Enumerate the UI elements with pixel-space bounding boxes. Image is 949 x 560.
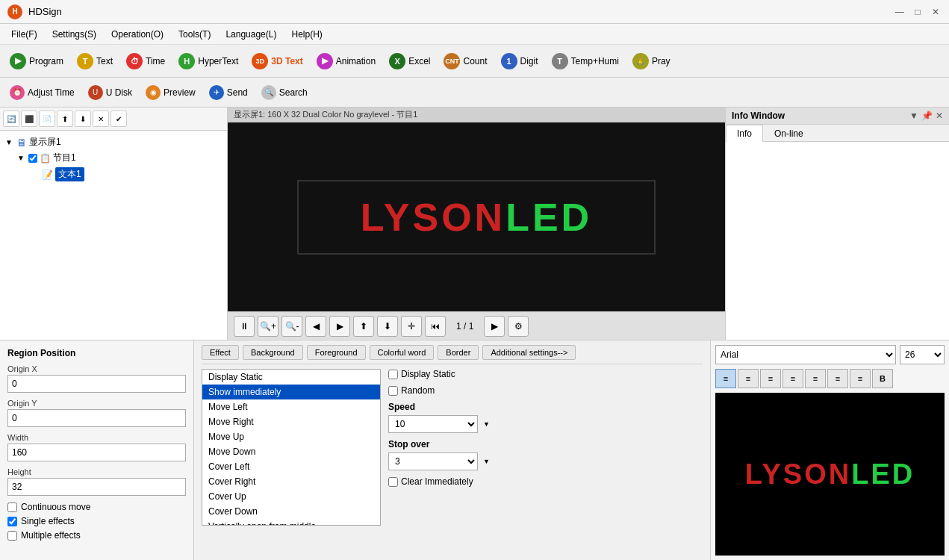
count-button[interactable]: CNT Count [438, 48, 493, 75]
bold-button[interactable]: B [872, 369, 893, 388]
display-static-checkbox[interactable] [388, 370, 398, 379]
info-close-button[interactable]: ✕ [936, 111, 943, 121]
font-preview-led: LED [851, 458, 915, 490]
display-static-label: Display Static [401, 369, 455, 379]
program-checkbox[interactable] [28, 154, 37, 163]
next-frame-button[interactable]: ▶ [329, 316, 350, 337]
tab-foreground[interactable]: Foreground [307, 345, 366, 360]
menu-operation[interactable]: Operation(O) [104, 26, 171, 43]
tab-additional[interactable]: Additional settings--> [482, 345, 576, 360]
maximize-button[interactable]: □ [912, 6, 924, 18]
tree-btn-up[interactable]: ⬆ [57, 111, 73, 127]
preview-label: Preview [164, 87, 196, 98]
tree-btn-check[interactable]: ✔ [111, 111, 127, 127]
tree-btn-refresh[interactable]: 🔄 [3, 111, 19, 127]
send-button[interactable]: ✈ Send [203, 81, 254, 105]
expand-icon-text [31, 170, 40, 178]
move-down-button[interactable]: ⬇ [377, 316, 398, 337]
preview-button[interactable]: ◉ Preview [140, 81, 202, 105]
move-all-button[interactable]: ✛ [401, 316, 422, 337]
zoom-out-button[interactable]: 🔍- [281, 316, 302, 337]
adjusttime-button[interactable]: ⏰ Adjust Time [4, 81, 81, 105]
3dtext-button[interactable]: 3D 3D Text [246, 48, 308, 75]
effect-item-move-left[interactable]: Move Left [202, 399, 380, 414]
menu-settings[interactable]: Settings(S) [45, 26, 104, 43]
pause-button[interactable]: ⏸ [234, 316, 255, 337]
continuous-move-checkbox[interactable] [7, 503, 17, 512]
font-size-select[interactable]: 26 [900, 345, 945, 364]
font-align-row: ≡ ≡ ≡ ≡ ≡ ≡ ≡ B [715, 369, 945, 388]
tree-btn-delete[interactable]: ✕ [93, 111, 109, 127]
close-button[interactable]: ✕ [930, 6, 942, 18]
info-window-buttons: ▼ 📌 ✕ [909, 111, 943, 121]
effect-list[interactable]: Display Static Show immediately Move Lef… [202, 369, 381, 526]
align-right-button[interactable]: ≡ [760, 369, 781, 388]
info-dropdown-button[interactable]: ▼ [909, 111, 918, 121]
effect-item-vertically-open[interactable]: Vertically open from middle [202, 519, 380, 526]
effect-item-display-static[interactable]: Display Static [202, 370, 380, 385]
tree-node-screen[interactable]: ▼ 🖥 显示屏1 [4, 134, 223, 150]
speed-select[interactable]: 10 5 15 20 [388, 415, 478, 433]
tab-background[interactable]: Background [243, 345, 303, 360]
align-left-button[interactable]: ≡ [715, 369, 736, 388]
multiple-effects-checkbox[interactable] [7, 531, 17, 541]
prev-frame-button[interactable]: ◀ [305, 316, 326, 337]
effect-item-cover-left[interactable]: Cover Left [202, 459, 380, 474]
menu-help[interactable]: Help(H) [284, 26, 329, 43]
pray-button[interactable]: 🙏 Pray [626, 48, 676, 75]
height-input[interactable] [7, 478, 186, 496]
font-name-select[interactable]: Arial [715, 345, 896, 364]
tab-effect[interactable]: Effect [202, 345, 239, 360]
menu-file[interactable]: File(F) [4, 26, 45, 43]
effect-item-cover-up[interactable]: Cover Up [202, 489, 380, 504]
tree-btn-down[interactable]: ⬇ [75, 111, 91, 127]
tab-border[interactable]: Border [438, 345, 479, 360]
settings-play-button[interactable]: ⚙ [508, 316, 529, 337]
program-button[interactable]: ▶ Program [4, 48, 69, 75]
info-tab-info[interactable]: Info [726, 125, 763, 142]
excel-button[interactable]: X Excel [383, 48, 436, 75]
menu-tools[interactable]: Tools(T) [171, 26, 218, 43]
menu-language[interactable]: Language(L) [218, 26, 284, 43]
width-input[interactable] [7, 444, 186, 461]
align-justify-button[interactable]: ≡ [782, 369, 803, 388]
origin-y-input[interactable] [7, 409, 186, 427]
screen-label: 显示屏1 [29, 136, 61, 149]
info-pin-button[interactable]: 📌 [921, 111, 933, 121]
tree-btn-new[interactable]: 📄 [39, 111, 55, 127]
text-button[interactable]: T Text [71, 48, 119, 75]
zoom-in-button[interactable]: 🔍+ [258, 316, 279, 337]
origin-x-input[interactable] [7, 375, 186, 393]
tree-node-text[interactable]: 📝 文本1 [4, 166, 223, 183]
hypertext-button[interactable]: H HyperText [172, 48, 244, 75]
random-checkbox[interactable] [388, 386, 398, 396]
effect-item-move-right[interactable]: Move Right [202, 414, 380, 429]
effect-item-move-down[interactable]: Move Down [202, 444, 380, 459]
tree-btn-add[interactable]: ⬛ [21, 111, 37, 127]
align-indent-left-button[interactable]: ≡ [805, 369, 826, 388]
search-button[interactable]: 🔍 Search [255, 81, 314, 105]
udisk-button[interactable]: U U Disk [82, 81, 138, 105]
animation-button[interactable]: ▶ Animation [311, 48, 382, 75]
tree-node-program[interactable]: ▼ 📋 节目1 [4, 150, 223, 166]
effect-item-move-up[interactable]: Move Up [202, 429, 380, 444]
clear-immediately-checkbox[interactable] [388, 477, 398, 487]
move-up-button[interactable]: ⬆ [353, 316, 374, 337]
bottom-area: Region Position Origin X Origin Y Width … [0, 340, 949, 560]
minimize-button[interactable]: — [894, 6, 906, 18]
align-center-button[interactable]: ≡ [738, 369, 759, 388]
stop-over-select[interactable]: 3 1 2 5 [388, 452, 478, 470]
effect-item-cover-down[interactable]: Cover Down [202, 504, 380, 519]
effect-item-show-immediately[interactable]: Show immediately [202, 385, 380, 399]
play-button[interactable]: ▶ [484, 316, 505, 337]
info-tab-online[interactable]: On-line [763, 125, 815, 142]
time-button[interactable]: ⏱ Time [120, 48, 171, 75]
align-spacing-button[interactable]: ≡ [850, 369, 871, 388]
effect-item-cover-right[interactable]: Cover Right [202, 474, 380, 489]
align-indent-right-button[interactable]: ≡ [827, 369, 848, 388]
skip-back-button[interactable]: ⏮ [425, 316, 446, 337]
tab-colorful-word[interactable]: Colorful word [370, 345, 435, 360]
digit-button[interactable]: 1 Digit [495, 48, 544, 75]
single-effects-checkbox[interactable] [7, 517, 17, 526]
temphumi-button[interactable]: T Temp+Humi [546, 48, 625, 75]
